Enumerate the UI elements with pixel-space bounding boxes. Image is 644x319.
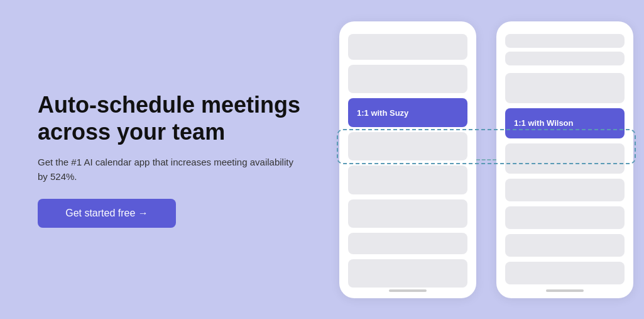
- cta-button[interactable]: Get started free →: [38, 199, 176, 228]
- cal-block-header-1: [348, 34, 467, 60]
- cal-block-2-4: [505, 143, 625, 174]
- cal-block-2-header-bottom: [505, 52, 625, 65]
- cal-block-1-7: [348, 233, 467, 254]
- meeting-block-2: 1:1 with Wilson: [505, 108, 625, 138]
- page-wrapper: Auto-schedule meetings across your team …: [0, 0, 644, 319]
- left-content: Auto-schedule meetings across your team …: [38, 91, 302, 228]
- headline: Auto-schedule meetings across your team: [38, 91, 302, 145]
- cal-block-2-6: [505, 206, 625, 229]
- phone-2: 1:1 with Wilson: [496, 21, 633, 298]
- cal-block-2-7: [505, 234, 625, 257]
- cal-block-2-8: [505, 262, 625, 284]
- phone-1-home-bar: [389, 289, 427, 292]
- cal-block-1-2: [348, 65, 467, 93]
- cal-block-1-4: [348, 132, 467, 160]
- phones-area: 1:1 with Suzy: [339, 15, 633, 305]
- subtext: Get the #1 AI calendar app that increase…: [38, 155, 302, 184]
- cal-block-1-6: [348, 199, 467, 228]
- cal-block-1-5: [348, 165, 467, 194]
- connector-line: [476, 159, 496, 160]
- cal-block-1-8: [348, 259, 467, 288]
- cal-block-2-2: [505, 73, 625, 103]
- phone-1: 1:1 with Suzy: [339, 21, 476, 298]
- cal-block-2-5: [505, 179, 625, 201]
- phone-2-home-bar: [546, 289, 584, 292]
- meeting-block-1: 1:1 with Suzy: [348, 98, 467, 127]
- cal-block-2-header-top: [505, 34, 625, 48]
